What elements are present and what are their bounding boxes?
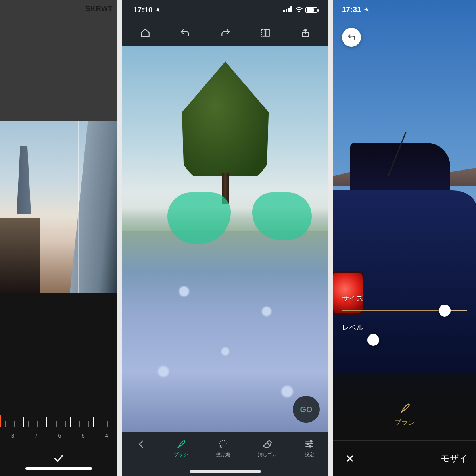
home-button[interactable]	[136, 24, 154, 42]
tool-brush-label: ブラシ	[395, 418, 415, 427]
status-bar: 17:31 ➤	[333, 0, 476, 19]
svg-rect-2	[266, 29, 269, 36]
bottom-toolbar: ブラシ 投げ縄 消しゴム 設定	[122, 432, 328, 465]
go-button-label: GO	[300, 405, 312, 414]
back-button[interactable]	[136, 439, 146, 457]
brush-selection-mask[interactable]	[252, 192, 312, 240]
redo-button[interactable]	[217, 24, 234, 42]
location-services-icon: ➤	[154, 6, 162, 14]
status-bar: 17:10 ➤	[122, 0, 328, 20]
tab-label: 消しゴム	[258, 451, 277, 458]
go-button[interactable]: GO	[293, 396, 320, 423]
close-button[interactable]	[341, 450, 359, 467]
tab-label: 設定	[305, 451, 314, 458]
svg-point-6	[307, 443, 309, 444]
photo-canvas[interactable]: GO	[122, 46, 328, 432]
ruler-tick-label: -7	[23, 432, 47, 439]
svg-point-0	[299, 12, 300, 13]
controls-area: -8 -7 -6 -5 -4	[0, 293, 117, 476]
level-slider-label: レベル	[342, 323, 467, 332]
compare-button[interactable]	[257, 24, 274, 42]
ruler-labels: -8 -7 -6 -5 -4	[0, 432, 117, 439]
slider-thumb[interactable]	[367, 334, 379, 346]
adjustment-ruler[interactable]	[0, 403, 117, 427]
svg-rect-1	[261, 29, 265, 36]
svg-point-7	[309, 445, 311, 447]
ruler-tick-label: -8	[0, 432, 23, 439]
tab-settings[interactable]: 設定	[304, 439, 315, 458]
confirm-button[interactable]	[52, 452, 65, 466]
svg-point-5	[310, 440, 312, 442]
brand-label: SKRWT	[86, 5, 113, 13]
tool-title: モザイ	[359, 453, 468, 464]
tool-brush[interactable]: ブラシ	[385, 402, 424, 427]
tab-brush[interactable]: ブラシ	[174, 439, 188, 458]
undo-button[interactable]	[177, 24, 194, 42]
app-header-area: SKRWT	[0, 0, 117, 121]
status-time: 17:31	[342, 5, 361, 14]
photo-canvas[interactable]	[0, 121, 117, 293]
ruler-tick-label: -6	[47, 432, 70, 439]
size-slider-label: サイズ	[342, 294, 467, 303]
tab-lasso[interactable]: 投げ縄	[216, 439, 230, 458]
photo-content	[0, 218, 40, 293]
tab-label: ブラシ	[174, 451, 188, 458]
ruler-tick-label: -4	[94, 432, 117, 439]
home-indicator[interactable]	[25, 467, 92, 470]
slider-thumb[interactable]	[439, 305, 451, 317]
top-toolbar	[122, 20, 328, 46]
location-services-icon: ➤	[363, 6, 371, 13]
tab-label: 投げ縄	[216, 451, 230, 458]
status-time: 17:10	[133, 6, 153, 14]
svg-point-4	[219, 440, 226, 445]
undo-button[interactable]	[342, 28, 361, 47]
photo-content	[174, 61, 277, 204]
tab-label	[140, 452, 142, 457]
cellular-signal-icon	[283, 6, 293, 14]
level-slider[interactable]	[342, 340, 467, 340]
wifi-icon	[295, 7, 303, 13]
tab-eraser[interactable]: 消しゴム	[258, 439, 277, 458]
size-slider[interactable]	[342, 310, 467, 311]
ruler-tick-label: -5	[71, 432, 94, 439]
battery-icon	[305, 7, 317, 13]
home-indicator[interactable]	[122, 465, 328, 476]
share-button[interactable]	[297, 24, 314, 42]
